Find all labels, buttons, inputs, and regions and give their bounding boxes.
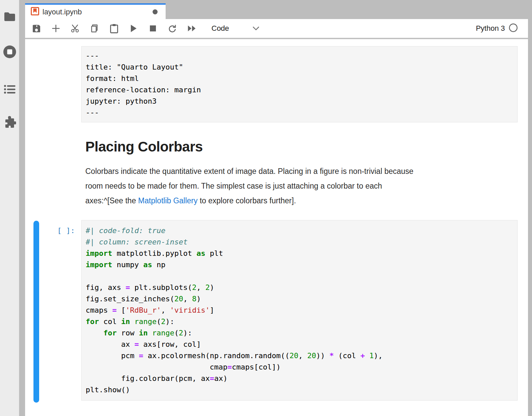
sidebar-item-running-sessions[interactable] [0,44,19,59]
interrupt-kernel-button[interactable] [149,23,157,33]
active-cell-collapser[interactable] [33,221,39,403]
restart-kernel-button[interactable] [168,23,177,33]
code-cell-source[interactable]: #| code-fold: true#| column: screen-inse… [81,220,518,401]
paste-cells-button[interactable] [110,23,118,33]
notebook-toolbar: Code Python 3 [25,19,528,38]
cell-type-dropdown[interactable]: Code [211,24,259,33]
markdown-cell: Placing Colorbars Colorbars indicate the… [85,139,518,208]
scissors-icon [71,24,80,33]
stop-circle-icon [3,45,16,59]
tab-title: layout.ipynb [42,8,82,16]
sidebar-item-extension-manager[interactable] [0,115,19,130]
cell-type-value: Code [211,24,229,33]
stop-icon [150,25,156,32]
chevron-down-icon [253,26,259,30]
insert-cell-button[interactable] [52,23,60,33]
kernel-status-icon [509,23,518,33]
copy-cells-button[interactable] [90,23,99,33]
run-cell-button[interactable] [129,23,138,33]
markdown-paragraph: Colorbars indicate the quantitative exte… [85,164,518,208]
puzzle-icon [3,116,16,129]
markdown-heading: Placing Colorbars [85,139,518,154]
save-button[interactable] [32,23,41,33]
cut-cells-button[interactable] [71,23,80,33]
left-activity-bar [0,0,19,416]
copy-icon [90,24,99,33]
paste-icon [110,24,118,33]
fast-forward-icon [187,24,196,32]
list-icon [4,84,15,94]
notebook-content: ---title: "Quarto Layout"format: htmlref… [25,39,528,416]
run-all-cells-button[interactable] [187,23,196,33]
cell-input-prompt: [ ]: [57,225,75,236]
sidebar-item-file-browser[interactable] [0,9,19,24]
kernel-indicator[interactable]: Python 3 [476,23,518,33]
restart-icon [168,24,177,33]
plus-icon [52,24,60,33]
folder-icon [4,12,16,21]
sidebar-item-table-of-contents[interactable] [0,82,19,97]
raw-cell-source[interactable]: ---title: "Quarto Layout"format: htmlref… [81,46,518,122]
run-icon [130,24,137,33]
unsaved-changes-indicator [153,9,158,14]
matplotlib-gallery-link[interactable]: Matplotlib Gallery [138,196,198,205]
code-cell: [ ]: #| code-fold: true#| column: screen… [33,220,528,405]
kernel-name: Python 3 [476,24,505,33]
save-icon [32,24,41,33]
notebook-file-icon [31,7,39,17]
tab-layout-ipynb[interactable]: layout.ipynb [25,3,166,19]
